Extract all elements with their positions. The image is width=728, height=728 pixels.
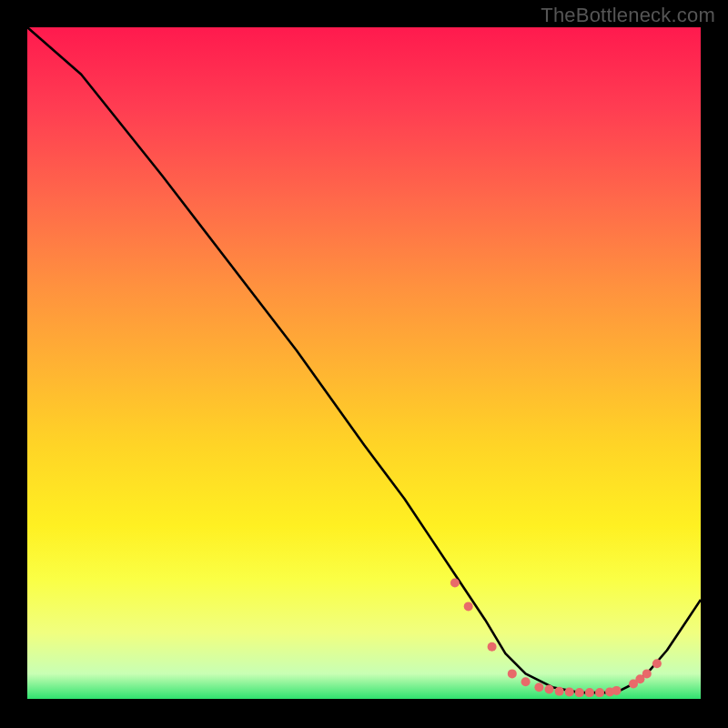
plot-area xyxy=(27,27,701,701)
valley-marker-dot xyxy=(521,677,531,686)
valley-marker-dot xyxy=(612,686,622,695)
valley-marker-dot xyxy=(555,687,564,696)
valley-marker-dot xyxy=(464,602,473,611)
valley-marker-dot xyxy=(652,659,662,668)
valley-marker-dot xyxy=(545,684,554,693)
valley-marker-dot xyxy=(534,682,543,692)
valley-marker-dot xyxy=(642,669,652,678)
valley-marker-dot xyxy=(450,579,460,588)
valley-marker-dot xyxy=(565,687,574,696)
valley-marker-dot xyxy=(488,642,497,652)
valley-marker-dot xyxy=(595,688,604,697)
chart-overlay xyxy=(27,27,701,701)
valley-markers xyxy=(450,579,662,698)
valley-marker-dot xyxy=(575,688,584,697)
valley-marker-dot xyxy=(585,688,594,697)
x-axis-line xyxy=(27,699,701,701)
chart-stage: TheBottleneck.com xyxy=(0,0,728,728)
valley-marker-dot xyxy=(508,669,517,678)
series-line xyxy=(27,27,701,693)
watermark-text: TheBottleneck.com xyxy=(541,4,715,27)
y-axis-line xyxy=(25,27,27,701)
